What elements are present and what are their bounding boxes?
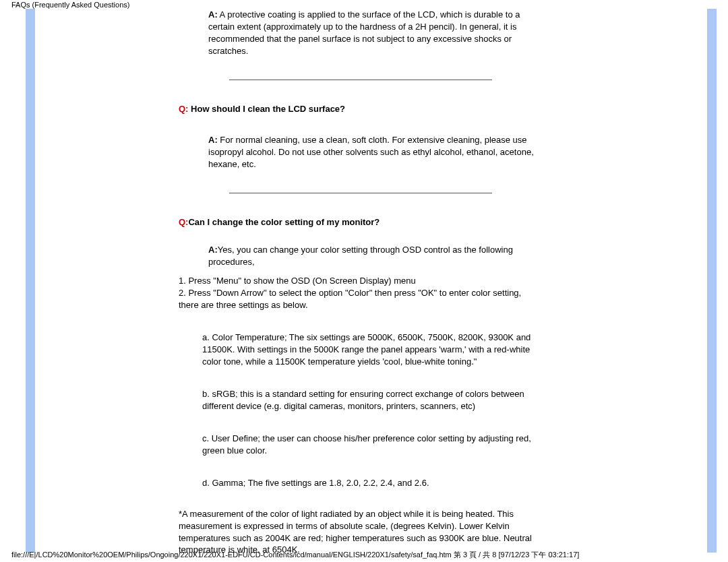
divider <box>229 193 492 193</box>
question-text: Can I change the color setting of my mon… <box>188 217 380 227</box>
faq3-footnote: *A measurement of the color of light rad… <box>179 508 543 557</box>
answer-prefix: A: <box>208 245 218 255</box>
divider <box>229 80 492 80</box>
question-text: How should I clean the LCD surface? <box>188 104 345 114</box>
answer-prefix: A: <box>208 9 218 20</box>
footer-file-path: file:///E|/LCD%20Monitor%20OEM/Philips/O… <box>11 550 579 560</box>
step-2: 2. Press "Down Arrow" to select the opti… <box>179 287 543 311</box>
faq3-question: Q:Can I change the color setting of my m… <box>179 216 543 228</box>
sidebar-left-stripe <box>26 9 35 553</box>
option-b: b. sRGB; this is a standard setting for … <box>202 388 543 412</box>
answer-prefix: A: <box>208 135 218 145</box>
faq2-question: Q: How should I clean the LCD surface? <box>179 103 543 115</box>
answer-text: For normal cleaning, use a clean, soft c… <box>208 135 534 169</box>
page-header-title: FAQs (Frequently Asked Questions) <box>11 1 129 9</box>
faq3-steps: 1. Press "Menu" to show the OSD (On Scre… <box>179 275 543 311</box>
faq3-answer: A:Yes, you can change your color setting… <box>208 244 543 268</box>
sidebar-right-stripe <box>707 9 717 553</box>
answer-text: A protective coating is applied to the s… <box>208 9 520 56</box>
question-prefix: Q: <box>179 104 188 114</box>
answer-text: Yes, you can change your color setting t… <box>208 245 513 267</box>
faq2-answer: A: For normal cleaning, use a clean, sof… <box>208 134 543 170</box>
option-a: a. Color Temperature; The six settings a… <box>202 332 543 368</box>
main-content: A: A protective coating is applied to th… <box>179 9 543 553</box>
question-prefix: Q: <box>179 217 188 227</box>
faq1-answer: A: A protective coating is applied to th… <box>208 9 543 57</box>
option-d: d. Gamma; The five settings are 1.8, 2.0… <box>202 477 543 489</box>
option-c: c. User Define; the user can choose his/… <box>202 433 543 457</box>
step-1: 1. Press "Menu" to show the OSD (On Scre… <box>179 275 543 287</box>
faq3-options: a. Color Temperature; The six settings a… <box>202 332 543 489</box>
